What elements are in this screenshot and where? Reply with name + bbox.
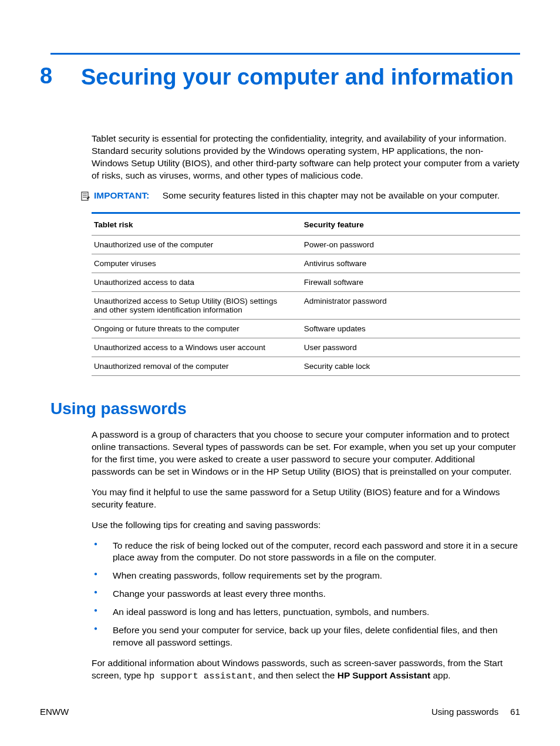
footer-right: Using passwords 61 [431, 707, 520, 717]
tips-list: To reduce the risk of being locked out o… [92, 540, 520, 649]
list-item: Before you send your computer for servic… [92, 624, 520, 649]
chapter-header: 8 Securing your computer and information [40, 63, 520, 92]
page-number: 61 [510, 707, 520, 717]
important-label: IMPORTANT: [94, 190, 149, 200]
passwords-p3: Use the following tips for creating and … [92, 519, 520, 532]
table-top-rule [92, 212, 520, 214]
table-row: Unauthorized use of the computerPower-on… [92, 236, 520, 254]
table-header-feature: Security feature [302, 214, 520, 236]
passwords-p4: For additional information about Windows… [92, 657, 520, 683]
important-text: Some security features listed in this ch… [163, 190, 500, 200]
table-row: Computer virusesAntivirus software [92, 254, 520, 273]
table-row: Unauthorized removal of the computerSecu… [92, 357, 520, 376]
intro-paragraph: Tablet security is essential for protect… [92, 133, 520, 182]
table-row: Unauthorized access to a Windows user ac… [92, 338, 520, 357]
footer-left: ENWW [40, 707, 69, 717]
passwords-p2: You may find it helpful to use the same … [92, 486, 520, 511]
list-item: An ideal password is long and has letter… [92, 606, 520, 619]
passwords-p1: A password is a group of characters that… [92, 429, 520, 478]
table-row: Ongoing or future threats to the compute… [92, 320, 520, 338]
table-row: Unauthorized access to Setup Utility (BI… [92, 292, 520, 320]
list-item: Change your passwords at least every thr… [92, 588, 520, 600]
list-item: To reduce the risk of being locked out o… [92, 540, 520, 564]
important-note: IMPORTANT: Some security features listed… [80, 190, 520, 201]
chapter-number: 8 [40, 63, 81, 90]
table-row: Unauthorized access to dataFirewall soft… [92, 273, 520, 292]
chapter-title: Securing your computer and information [81, 63, 514, 92]
note-icon [80, 191, 90, 201]
chapter-top-rule [50, 53, 520, 55]
page-footer: ENWW Using passwords 61 [40, 707, 520, 717]
list-item: When creating passwords, follow requirem… [92, 570, 520, 582]
risk-table: Tablet risk Security feature Unauthorize… [92, 212, 520, 376]
table-header-risk: Tablet risk [92, 214, 302, 236]
section-heading: Using passwords [50, 399, 520, 418]
